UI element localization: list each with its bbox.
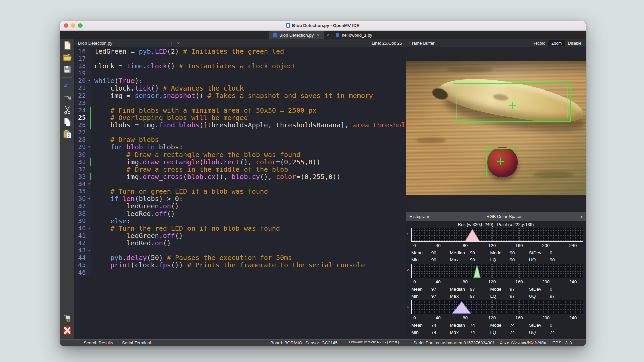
- code-line[interactable]: 30 # Draw a rectangle where the blob was…: [75, 151, 406, 158]
- undo-icon[interactable]: [63, 81, 72, 90]
- serial-terminal-button[interactable]: Serial Terminal: [122, 340, 151, 345]
- fold-arrow-icon[interactable]: ▾: [88, 180, 90, 188]
- copy-icon[interactable]: [63, 117, 72, 127]
- stat-label: Mode: [490, 323, 510, 328]
- gutter-line-number[interactable]: 46: [75, 269, 91, 276]
- tab-blob-detection[interactable]: Blob Detection.py ×: [269, 31, 324, 39]
- fold-arrow-icon[interactable]: ▾: [88, 247, 90, 254]
- gutter-line-number[interactable]: 24: [75, 107, 91, 114]
- code-line[interactable]: 36▾ if len(blobs) > 0:: [75, 195, 406, 202]
- fold-arrow-icon[interactable]: ▾: [88, 143, 90, 151]
- code-lines[interactable]: 16ledGreen = pyb.LED(2) # Initiates the …: [75, 47, 406, 339]
- code-line[interactable]: 27: [75, 129, 406, 136]
- gutter-line-number[interactable]: 22: [75, 92, 91, 99]
- code-line[interactable]: 20▾while(True):: [75, 77, 406, 84]
- fold-arrow-icon[interactable]: ▾: [88, 225, 90, 232]
- minimize-window-button[interactable]: [71, 23, 75, 28]
- gutter-line-number[interactable]: 27: [75, 129, 91, 136]
- gutter-line-number[interactable]: 20▾: [75, 77, 91, 84]
- code-line[interactable]: 40▾ # Turn the red LED on if no blob was…: [75, 225, 406, 232]
- file-selector-stepper-icon[interactable]: ▴▾: [166, 42, 172, 45]
- code-line[interactable]: 37 ledGreen.on(): [75, 202, 406, 210]
- code-text: ledRed.off(): [91, 210, 175, 217]
- code-line[interactable]: 17: [75, 55, 406, 62]
- gutter-line-number[interactable]: 41: [75, 232, 91, 239]
- code-line[interactable]: 39 else:: [75, 217, 406, 225]
- search-results-button[interactable]: Search Results: [84, 340, 113, 345]
- open-file-selector[interactable]: Blob Detection.py ▴▾ ×: [78, 41, 182, 46]
- color-space-selector[interactable]: RGB Color Space: [429, 214, 578, 219]
- gutter-line-number[interactable]: 34▾: [75, 180, 91, 188]
- code-line[interactable]: 35 # Turn on green LED if a blob was fou…: [75, 188, 406, 195]
- code-line[interactable]: 22 img = sensor.snapshot() # Takes a sna…: [75, 92, 406, 99]
- gutter-line-number[interactable]: 18: [75, 62, 91, 70]
- record-button[interactable]: Record: [530, 40, 549, 46]
- camera-frame-image[interactable]: [406, 61, 586, 195]
- gutter-line-number[interactable]: 33: [75, 173, 91, 180]
- code-line[interactable]: 23: [75, 99, 406, 107]
- fold-arrow-icon[interactable]: ▾: [88, 77, 90, 84]
- file-close-icon[interactable]: ×: [175, 41, 182, 46]
- code-line[interactable]: 18clock = time.clock() # Instantiates a …: [75, 62, 406, 70]
- gutter-line-number[interactable]: 37: [75, 202, 91, 210]
- gutter-line-number[interactable]: 45: [75, 261, 91, 269]
- code-line[interactable]: 33 img.draw_cross(blob.cx(), blob.cy(), …: [75, 173, 406, 180]
- code-line[interactable]: 16ledGreen = pyb.LED(2) # Initiates the …: [75, 48, 406, 55]
- open-file-icon[interactable]: [63, 53, 72, 62]
- gutter-line-number[interactable]: 36▾: [75, 195, 91, 202]
- code-line[interactable]: 46: [75, 269, 406, 276]
- code-line[interactable]: 42 ledRed.on(): [75, 239, 406, 247]
- gutter-line-number[interactable]: 32: [75, 166, 91, 173]
- code-line[interactable]: 21 clock.tick() # Advances the clock: [75, 84, 406, 92]
- code-line[interactable]: 26 blobs = img.find_blobs([thresholdsApp…: [75, 121, 406, 129]
- gutter-line-number[interactable]: 23: [75, 99, 91, 107]
- code-line[interactable]: 44 pyb.delay(50) # Pauses the execution …: [75, 254, 406, 261]
- paste-icon[interactable]: [63, 129, 72, 139]
- gutter-line-number[interactable]: 25: [75, 114, 91, 121]
- gutter-line-number[interactable]: 28: [75, 136, 91, 143]
- gutter-line-number[interactable]: 39: [75, 217, 91, 225]
- tab-close-icon[interactable]: ×: [316, 33, 320, 38]
- connect-icon[interactable]: [63, 314, 72, 323]
- zoom-button[interactable]: Zoom: [548, 40, 565, 46]
- disable-button[interactable]: Disable: [565, 40, 584, 46]
- save-file-icon[interactable]: [63, 65, 72, 74]
- gutter-line-number[interactable]: 42: [75, 239, 91, 247]
- code-line[interactable]: 34▾: [75, 180, 406, 188]
- fold-arrow-icon[interactable]: ▾: [88, 195, 90, 202]
- tab-helloworld[interactable]: helloworld_1.py: [332, 31, 376, 39]
- tab-close-icon[interactable]: ×: [324, 31, 332, 39]
- code-line[interactable]: 31 img.draw_rectangle(blob.rect(), color…: [75, 158, 406, 166]
- gutter-line-number[interactable]: 38: [75, 210, 91, 217]
- code-line[interactable]: 24 # Find blobs with a minimal area of 5…: [75, 107, 406, 114]
- gutter-line-number[interactable]: 17: [75, 55, 91, 62]
- zoom-window-button[interactable]: [78, 23, 83, 28]
- cut-icon[interactable]: [63, 105, 72, 115]
- gutter-line-number[interactable]: 16: [75, 48, 91, 55]
- gutter-line-number[interactable]: 31: [75, 158, 91, 166]
- gutter-line-number[interactable]: 21: [75, 84, 91, 92]
- code-line[interactable]: 38 ledRed.off(): [75, 210, 406, 217]
- redo-icon[interactable]: [63, 93, 72, 103]
- code-line[interactable]: 43▾: [75, 247, 406, 254]
- code-line[interactable]: 41 ledGreen.off(): [75, 232, 406, 239]
- code-line[interactable]: 32 # Draw a cross in the middle of the b…: [75, 166, 406, 173]
- new-file-icon[interactable]: [63, 41, 72, 50]
- close-window-button[interactable]: [64, 23, 68, 28]
- gutter-line-number[interactable]: 30: [75, 151, 91, 158]
- code-line[interactable]: 45 print(clock.fps()) # Prints the frame…: [75, 261, 406, 269]
- code-line[interactable]: 19: [75, 70, 406, 77]
- gutter-line-number[interactable]: 29▾: [75, 143, 91, 151]
- code-line[interactable]: 25 # Overlapping blobs will be merged: [75, 114, 406, 121]
- gutter-line-number[interactable]: 44: [75, 254, 91, 261]
- title-bar[interactable]: Blob Detection.py - OpenMV IDE: [60, 21, 586, 31]
- gutter-line-number[interactable]: 43▾: [75, 247, 91, 254]
- stop-icon[interactable]: [63, 326, 72, 335]
- code-line[interactable]: 29▾ for blob in blobs:: [75, 143, 406, 151]
- code-line[interactable]: 28 # Draw blobs: [75, 136, 406, 143]
- gutter-line-number[interactable]: 26: [75, 121, 91, 129]
- gutter-line-number[interactable]: 19: [75, 70, 91, 77]
- gutter-line-number[interactable]: 40▾: [75, 225, 91, 232]
- gutter-line-number[interactable]: 35: [75, 188, 91, 195]
- color-space-stepper-icon[interactable]: ▴▾: [578, 215, 582, 218]
